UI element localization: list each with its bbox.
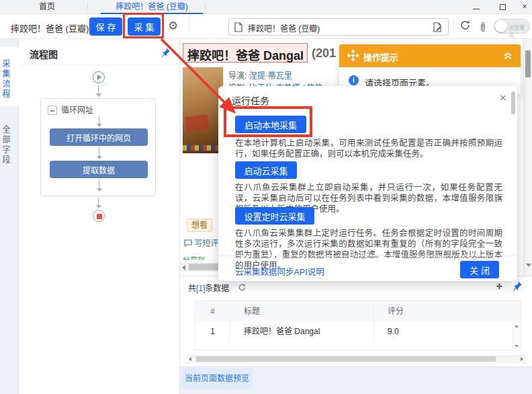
column-title: 标题	[230, 301, 374, 321]
table-vertical-scrollbar[interactable]	[513, 322, 520, 350]
local-collection-description: 在本地计算机上启动采集，可用来测试任务配置是否正确并按照预期运行，如果任务配置正…	[235, 138, 502, 159]
open-page-edit-icon[interactable]	[433, 22, 443, 32]
tab-home[interactable]: 首页	[13, 0, 81, 13]
settings-gear-icon[interactable]: ⚙	[168, 19, 178, 33]
browse-mode-label: 浏览模式	[508, 24, 529, 38]
octoparse-window: 首页 摔跤吧！爸爸 (豆瓣) × 摔跤吧！爸爸 (豆瓣) 保存 采集 ⚙ 摔跤吧…	[0, 0, 532, 394]
pin-preview-icon[interactable]	[512, 280, 523, 294]
titlebar: 首页 摔跤吧！爸爸 (豆瓣) ×	[0, 0, 532, 14]
refresh-data-icon[interactable]	[238, 282, 247, 294]
divider	[218, 255, 517, 256]
toolbar-divider	[453, 19, 454, 33]
refresh-icon[interactable]	[459, 19, 472, 32]
collect-button[interactable]: 采集	[128, 17, 161, 36]
document-icon	[234, 22, 242, 32]
flow-step-open-page[interactable]: 打开循环中的网页	[50, 128, 148, 146]
preview-horizontal-scrollbar[interactable]	[187, 355, 525, 363]
start-cloud-collection-button[interactable]: 启动云采集	[235, 161, 297, 179]
left-sidebar: 采集流程 全部字段	[0, 39, 19, 394]
flow-arrow	[96, 116, 102, 127]
clipped-share-link[interactable]: 分享到	[183, 254, 218, 260]
bottom-tab-bar: 当前页面数据预览	[180, 366, 532, 394]
column-index: #	[195, 301, 230, 321]
toggle-knob	[495, 20, 507, 32]
page-vertical-scrollbar[interactable]	[523, 39, 532, 276]
movie-year-fragment: (201	[312, 46, 336, 61]
modal-scrollbar-thumb[interactable]	[511, 91, 515, 114]
cell-title: 摔跤吧！爸爸 Dangal	[230, 321, 374, 342]
browse-mode-toggle[interactable]: 浏览模式	[494, 19, 530, 34]
cell-index: 1	[195, 321, 230, 342]
tab-divider	[87, 3, 88, 11]
director-line: 导演: 涅提·蒂瓦里	[228, 69, 292, 81]
flow-panel-title: 流程图	[30, 47, 58, 61]
sidebar-tab-fields[interactable]: 全部字段	[0, 113, 19, 172]
record-count-value: [1]	[196, 284, 205, 293]
window-close-button[interactable]: ×	[519, 2, 530, 11]
wish-to-watch-button[interactable]: 想看	[187, 219, 212, 232]
movie-title: 摔跤吧！爸爸 Dangal	[187, 46, 304, 63]
table-header-row: # 标题 评分	[195, 301, 521, 321]
modal-close-icon[interactable]: ×	[500, 91, 506, 105]
current-page-data-preview-tab[interactable]: 当前页面数据预览	[181, 368, 253, 389]
column-rating: 评分	[374, 301, 521, 321]
scrollbar-thumb[interactable]	[196, 356, 496, 362]
director-label: 导演:	[228, 71, 247, 81]
toolbar: 摔跤吧！爸爸 (豆瓣) 保存 采集 ⚙ 摔跤吧！爸爸 (豆瓣) ! 浏览模式	[0, 14, 532, 39]
toolbar-divider	[189, 19, 189, 33]
divider	[19, 65, 180, 65]
loop-url-header: 循环网址	[48, 104, 93, 115]
data-preview-panel: 共[1]条数据 + # 标题 评分 1 摔跤吧！爸爸 Dangal 9.0	[180, 276, 532, 366]
flow-arrow	[96, 147, 102, 159]
preview-table: # 标题 评分 1 摔跤吧！爸爸 Dangal 9.0	[195, 301, 521, 350]
run-task-modal: 运行任务 × 启动本地采集 在本地计算机上启动采集，可用来测试任务配置是否正确并…	[218, 86, 517, 281]
flow-arrow	[95, 198, 101, 208]
table-empty-space	[195, 342, 521, 350]
scrollbar-thumb[interactable]	[525, 50, 531, 77]
modal-close-button[interactable]: 关闭	[460, 261, 499, 278]
flow-step-extract-data[interactable]: 提取数据	[50, 161, 148, 178]
tips-header[interactable]: 操作提示	[339, 44, 521, 67]
director-link[interactable]: 涅提·蒂瓦里	[249, 71, 292, 81]
selected-element-highlight[interactable]: 摔跤吧！爸爸 Dangal	[183, 43, 308, 63]
comment-bubble-icon	[184, 239, 192, 247]
collapse-chevron-icon[interactable]	[503, 50, 513, 63]
url-field[interactable]: 摔跤吧！爸爸 (豆瓣)	[228, 18, 449, 36]
cell-rating: 9.0	[374, 321, 521, 342]
task-name-label: 摔跤吧！爸爸 (豆瓣)	[11, 22, 89, 34]
window-maximize-button[interactable]	[498, 2, 508, 11]
info-icon: i	[349, 75, 359, 85]
tips-title: 操作提示	[363, 50, 398, 63]
loop-url-group[interactable]: 循环网址 打开循环中的网页 提取数据	[40, 98, 156, 196]
sidebar-tab-process[interactable]: 采集流程	[0, 47, 19, 106]
flow-arrow	[95, 85, 101, 97]
url-value: 摔跤吧！爸爸 (豆瓣)	[248, 22, 320, 34]
cloud-api-doc-link[interactable]: 云采集数据同步API说明	[235, 265, 324, 278]
record-count: 共[1]条数据	[188, 282, 229, 293]
warning-icon[interactable]: !	[481, 20, 493, 32]
flow-end-icon	[93, 210, 105, 222]
pin-icon[interactable]	[161, 47, 171, 58]
table-row[interactable]: 1 摔跤吧！爸爸 Dangal 9.0	[195, 321, 521, 342]
window-minimize-button[interactable]	[471, 2, 482, 11]
tab-task-active[interactable]: 摔跤吧！爸爸 (豆瓣)	[101, 0, 203, 13]
loop-url-label: 循环网址	[61, 106, 93, 115]
flow-start-icon[interactable]	[93, 71, 105, 83]
schedule-cloud-collection-button[interactable]: 设置定时云采集	[235, 207, 314, 225]
collapse-minus-icon[interactable]	[48, 106, 57, 115]
move-handle-icon[interactable]	[347, 50, 359, 64]
add-field-icon[interactable]: +	[496, 280, 502, 292]
save-button[interactable]: 保存	[89, 17, 122, 36]
flow-panel: 流程图 循环网址 打开循环中的网页 提取数据	[19, 39, 180, 394]
write-short-review-link[interactable]: 写短评	[184, 237, 218, 248]
start-local-collection-button[interactable]: 启动本地采集	[235, 116, 306, 133]
tab-divider	[205, 3, 206, 11]
modal-title: 运行任务	[232, 93, 269, 107]
flow-arrow	[96, 180, 102, 192]
movie-poster[interactable]	[183, 67, 223, 153]
